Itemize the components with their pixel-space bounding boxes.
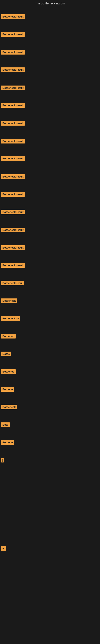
bottleneck-item: Bottleneck result (1, 68, 25, 73)
bottleneck-item: Bottleneck result (1, 103, 25, 108)
bottleneck-item: Bottleneck result (1, 121, 25, 126)
bottleneck-badge[interactable]: Bottleneck result (1, 32, 25, 37)
bottleneck-item: Bottleneck result (1, 174, 25, 180)
bottleneck-badge[interactable]: B (1, 546, 6, 551)
bottleneck-item: Bottleneck result (1, 86, 25, 91)
bottleneck-badge[interactable]: Bottlene (1, 387, 14, 392)
bottleneck-item: Bottleneck result (1, 228, 25, 233)
bottleneck-badge[interactable]: Bottleneck result (1, 68, 25, 72)
bottleneck-badge[interactable]: Bottleneck result (1, 210, 25, 214)
bottleneck-item: Bottleneck result (1, 50, 25, 55)
bottleneck-item: Bottleneck resu (1, 281, 24, 286)
bottleneck-badge[interactable]: Bottleneck result (1, 121, 25, 126)
bottleneck-item: Bottleneck (1, 405, 17, 410)
bottleneck-badge[interactable]: Bottleneck result (1, 228, 25, 232)
bottleneck-item: B (1, 546, 6, 552)
bottleneck-badge[interactable]: Bottle (1, 352, 11, 356)
bottleneck-item: Bottleneck result (1, 156, 25, 162)
bottleneck-item: Bottleneck result (1, 263, 25, 268)
bottleneck-badge[interactable]: Bottleneck result (1, 174, 25, 179)
bottleneck-item: Bottleneck re (1, 316, 20, 322)
site-title: TheBottlenecker.com (0, 0, 100, 7)
bottleneck-badge[interactable]: Bottlenec (1, 369, 16, 374)
bottleneck-item: Bottleneck result (1, 210, 25, 215)
bottleneck-item: Bottleneck result (1, 14, 25, 20)
bottleneck-item: Bottleneck result (1, 192, 25, 198)
bottleneck-badge[interactable]: Bottleneck result (1, 103, 25, 108)
bottleneck-item: Bottlene (1, 440, 14, 446)
bottleneck-badge[interactable]: Bottleneck (1, 298, 17, 303)
bottleneck-badge[interactable]: Bottlene (1, 440, 14, 445)
bottleneck-badge[interactable]: Bottleneck resu (1, 281, 24, 285)
bottleneck-badge[interactable]: Bottlenec (1, 334, 16, 338)
bottleneck-item: Bottleneck result (1, 139, 25, 144)
bottleneck-badge[interactable]: Bottleneck result (1, 86, 25, 90)
bottleneck-badge[interactable]: Bottleneck result (1, 192, 25, 196)
bottleneck-item: Bottle (1, 352, 11, 357)
bottleneck-badge[interactable]: | (1, 458, 4, 462)
bottleneck-item: Bottlenec (1, 369, 16, 375)
bottleneck-item: Bottlene (1, 387, 14, 392)
bottleneck-badge[interactable]: Bottl (1, 422, 10, 427)
bottleneck-item: | (1, 458, 4, 462)
bottleneck-badge[interactable]: Bottleneck result (1, 14, 25, 19)
bottleneck-item: Bottleneck result (1, 245, 25, 251)
bottleneck-item: Bottlenec (1, 334, 16, 339)
bottleneck-badge[interactable]: Bottleneck (1, 405, 17, 409)
bottleneck-badge[interactable]: Bottleneck result (1, 156, 25, 161)
bottleneck-badge[interactable]: Bottleneck result (1, 245, 25, 250)
items-container: Bottleneck resultBottleneck resultBottle… (0, 7, 100, 644)
bottleneck-item: Bottl (1, 422, 10, 428)
bottleneck-badge[interactable]: Bottleneck result (1, 139, 25, 144)
bottleneck-item: Bottleneck (1, 298, 17, 304)
bottleneck-badge[interactable]: Bottleneck re (1, 316, 20, 321)
bottleneck-badge[interactable]: Bottleneck result (1, 50, 25, 54)
bottleneck-item: Bottleneck result (1, 32, 25, 38)
bottleneck-badge[interactable]: Bottleneck result (1, 263, 25, 268)
